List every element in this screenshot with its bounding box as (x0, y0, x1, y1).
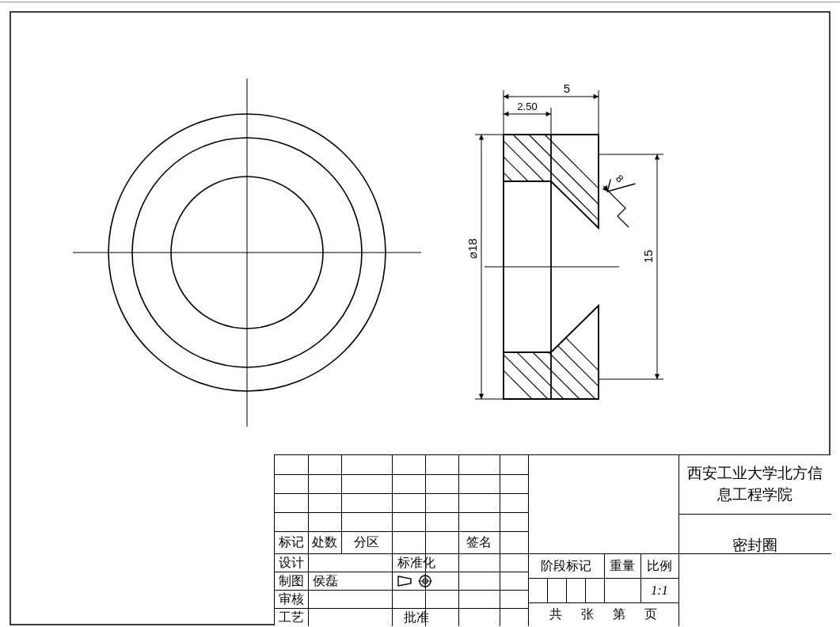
sheet-this-prefix: 第 (613, 608, 625, 621)
tb-hline (275, 474, 528, 475)
tb-vline (500, 553, 500, 626)
dim-value-2p5: 2.50 (517, 101, 537, 112)
row-design: 设计 (275, 553, 308, 572)
scale-value: 1:1 (640, 578, 678, 602)
row-process: 工艺 (275, 608, 308, 626)
organization: 西安工业大学北方信 息工程学院 (678, 455, 831, 514)
weight-label: 重量 (604, 553, 640, 578)
rev-zone-label: 分区 (341, 531, 392, 553)
tb-vline (458, 553, 459, 626)
org-line2: 息工程学院 (717, 484, 792, 506)
front-view (73, 78, 421, 427)
tb-vline (500, 455, 500, 553)
row-check: 审核 (275, 590, 308, 608)
tb-vline (585, 578, 586, 602)
roughness-symbol: 8 (602, 169, 635, 202)
tb-hline (275, 590, 528, 591)
dim-value-dia18: ⌀18 (466, 238, 479, 259)
dim-value-width: 5 (564, 82, 570, 95)
sheets-row: 共 张 第 页 (528, 602, 678, 626)
rev-count-label: 处数 (308, 531, 341, 553)
part-name: 密封圈 (678, 514, 831, 576)
row-drawn-by: 侯磊 (308, 572, 392, 590)
tb-vline (308, 553, 309, 626)
section-view: 5 2.50 ⌀18 15 (466, 74, 663, 486)
tb-vline (547, 578, 548, 602)
sheets-total-unit: 张 (581, 608, 594, 621)
tb-vline-major (528, 455, 529, 626)
top-separator (0, 2, 840, 2)
org-line1: 西安工业大学北方信 (687, 463, 823, 484)
tb-vline (392, 455, 393, 553)
scale-label: 比例 (640, 553, 678, 578)
row-drawn: 制图 (275, 572, 308, 590)
tb-hline (275, 493, 528, 494)
projection-symbol-icon (392, 572, 441, 590)
dim-value-15: 15 (641, 250, 655, 264)
tb-hline (275, 512, 528, 513)
row-approve: 批准 (392, 608, 441, 626)
sheet-this-unit: 页 (644, 608, 657, 621)
rev-mark-label: 标记 (275, 531, 308, 553)
tb-vline (425, 455, 426, 553)
sheets-total-prefix: 共 (549, 608, 562, 621)
row-standardization: 标准化 (392, 553, 441, 572)
roughness-value: 8 (614, 173, 626, 185)
roughness-leader (603, 186, 629, 227)
rev-sign-label: 签名 (458, 531, 500, 553)
drawing-sheet: 5 2.50 ⌀18 15 (0, 0, 840, 627)
dim-width-2p5: 2.50 (504, 101, 551, 135)
svg-marker-35 (398, 576, 411, 586)
title-block: 标记 处数 分区 签名 设计 标准化 制图 侯磊 审核 工艺 批准 阶段标记 重… (274, 454, 830, 625)
stage-mark-label: 阶段标记 (528, 553, 604, 578)
tb-vline (566, 578, 567, 602)
